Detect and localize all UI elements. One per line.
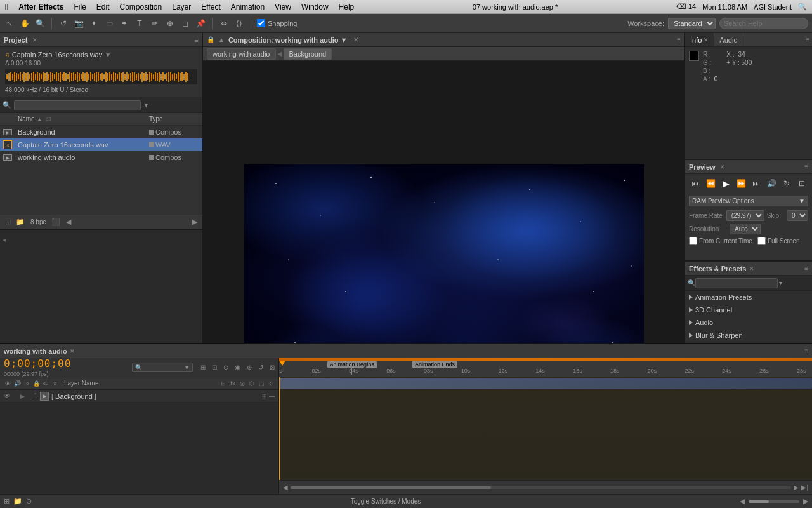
align-tool[interactable]: ⇔: [218, 18, 230, 29]
effects-search-input[interactable]: [695, 278, 778, 288]
eraser-tool[interactable]: ◻: [180, 18, 191, 29]
file-item-captain-zero[interactable]: ♫ Captain Zero 16seconds.wav WAV: [0, 138, 202, 151]
tl-nav-right[interactable]: ▶: [794, 484, 799, 491]
pan-tool[interactable]: ✦: [88, 18, 100, 29]
track-row-1[interactable]: [279, 377, 812, 390]
preview-first-btn[interactable]: ⏮: [690, 178, 701, 189]
preview-next-btn[interactable]: ⏩: [735, 178, 747, 189]
folder-icon[interactable]: 📁: [15, 217, 25, 227]
project-search-dropdown[interactable]: ▼: [143, 102, 149, 109]
layer-controls-icon-1[interactable]: ⊞: [200, 364, 206, 371]
toggle-switches-label[interactable]: Toggle Switches / Modes: [351, 498, 421, 505]
arrow-right-icon[interactable]: ▶: [190, 217, 200, 227]
menu-composition[interactable]: Composition: [120, 3, 162, 11]
breadcrumb-working[interactable]: working with audio: [207, 48, 276, 60]
menu-aftereffects[interactable]: After Effects: [18, 3, 63, 11]
sort-icon[interactable]: ▲: [37, 116, 43, 123]
comp-close[interactable]: ✕: [353, 36, 358, 43]
layer-controls-icon-7[interactable]: ⊠: [270, 364, 275, 371]
arrow-left-icon[interactable]: ◀: [63, 217, 74, 227]
effects-cat-blur[interactable]: Blur & Sharpen: [685, 329, 812, 342]
new-comp-icon[interactable]: ⊞: [3, 217, 13, 227]
snapping-input[interactable]: [257, 19, 265, 27]
menu-layer[interactable]: Layer: [172, 3, 191, 11]
preview-close[interactable]: ✕: [720, 164, 725, 170]
timeline-ruler[interactable]: 0s 02s 04s 06s 08s 10s 12s 14s 16s 18s 2…: [279, 358, 812, 377]
color-icon[interactable]: ⬛: [51, 217, 61, 227]
layer-arrow-1[interactable]: ▶: [20, 393, 25, 399]
layer-controls-icon-2[interactable]: ⊡: [212, 364, 217, 371]
menu-window[interactable]: Window: [301, 3, 329, 11]
project-search-input[interactable]: [14, 100, 141, 110]
effects-close[interactable]: ✕: [749, 265, 754, 272]
effects-cat-3d-channel[interactable]: 3D Channel: [685, 304, 812, 316]
tl-nav-left[interactable]: ◀: [283, 484, 288, 491]
clone-tool[interactable]: ⊕: [164, 18, 176, 29]
menu-view[interactable]: View: [275, 3, 291, 11]
camera-tool[interactable]: 📷: [73, 18, 84, 29]
search-input[interactable]: [719, 18, 808, 29]
tb-icon-4[interactable]: ◀: [740, 497, 745, 505]
comp-panel-menu[interactable]: ≡: [677, 36, 681, 43]
layer-search-arrow[interactable]: ▼: [184, 364, 190, 371]
info-tab-close[interactable]: ✕: [704, 37, 709, 43]
layer-controls-icon-3[interactable]: ⊙: [223, 364, 228, 371]
layer-controls-icon-5[interactable]: ⊛: [247, 364, 252, 371]
selection-tool[interactable]: ↖: [4, 18, 15, 29]
effects-cat-animation-presets[interactable]: Animation Presets: [685, 291, 812, 304]
preview-menu[interactable]: ≡: [804, 163, 808, 170]
layer-rc-icon-2[interactable]: —: [269, 393, 275, 399]
layer-eye-1[interactable]: 👁: [4, 392, 10, 399]
preview-audio-btn[interactable]: 🔊: [766, 178, 777, 189]
brush-tool[interactable]: ✏: [149, 18, 160, 29]
tb-icon-1[interactable]: ⊞: [4, 497, 10, 505]
resolution-dropdown[interactable]: Auto: [730, 224, 761, 234]
ram-preview-dropdown[interactable]: RAM Preview Options ▼: [689, 196, 808, 206]
snapping-checkbox[interactable]: Snapping: [257, 19, 298, 27]
timecode-display[interactable]: 0;00;00;00: [4, 358, 71, 370]
layer-controls-icon-4[interactable]: ◉: [235, 364, 240, 371]
full-screen-label[interactable]: Full Screen: [757, 237, 800, 245]
apple-menu[interactable]: : [5, 2, 8, 12]
workspace-dropdown[interactable]: Standard: [668, 18, 716, 29]
tb-icon-5[interactable]: ▶: [803, 497, 808, 505]
pen-tool[interactable]: ✒: [119, 18, 130, 29]
effects-cat-audio[interactable]: Audio: [685, 316, 812, 329]
skip-dropdown[interactable]: 0: [787, 210, 808, 221]
hand-tool[interactable]: ✋: [19, 18, 30, 29]
project-panel-close[interactable]: ✕: [32, 37, 37, 43]
menu-help[interactable]: Help: [339, 3, 355, 11]
project-panel-menu[interactable]: ≡: [195, 36, 199, 44]
graph-tool[interactable]: ⟨⟩: [233, 18, 245, 29]
full-screen-checkbox[interactable]: [757, 237, 766, 245]
preview-expand-btn[interactable]: ⊡: [796, 178, 808, 189]
menu-edit[interactable]: Edit: [96, 3, 110, 11]
info-tab-audio[interactable]: Audio: [714, 33, 743, 46]
menu-animation[interactable]: Animation: [231, 3, 265, 11]
effects-menu[interactable]: ≡: [804, 265, 808, 272]
info-panel-menu[interactable]: ≡: [806, 36, 812, 43]
breadcrumb-background[interactable]: Background: [284, 48, 332, 60]
effects-search-arrow[interactable]: ▼: [778, 280, 783, 286]
tb-icon-2[interactable]: 📁: [13, 497, 22, 505]
comp-title-dropdown[interactable]: Composition: working with audio ▼: [228, 36, 347, 44]
file-item-background[interactable]: ▶ Background Compos: [0, 126, 202, 138]
menu-file[interactable]: File: [74, 3, 86, 11]
pin-tool[interactable]: 📌: [195, 18, 206, 29]
file-item-working[interactable]: ▶ working with audio Compos: [0, 151, 202, 164]
preview-loop-btn[interactable]: ↻: [781, 178, 792, 189]
layer-row-1[interactable]: 👁 ▶ 1 ▶ [ Background ]: [0, 390, 278, 403]
tb-icon-3[interactable]: ⊙: [26, 497, 32, 505]
preview-play-btn[interactable]: ▶: [720, 178, 731, 189]
preview-last-btn[interactable]: ⏭: [750, 178, 762, 189]
timeline-menu[interactable]: ≡: [804, 347, 808, 354]
zoom-tool[interactable]: 🔍: [34, 18, 46, 29]
menu-effect[interactable]: Effect: [201, 3, 220, 11]
from-current-label[interactable]: From Current Time: [689, 237, 752, 245]
search-menu-icon[interactable]: 🔍: [798, 3, 807, 11]
tb-zoom-slider[interactable]: [749, 500, 799, 503]
layer-rc-icon-1[interactable]: ⊞: [262, 393, 267, 399]
layer-search-input[interactable]: [144, 364, 182, 371]
from-current-checkbox[interactable]: [689, 237, 697, 245]
preview-prev-btn[interactable]: ⏪: [705, 178, 716, 189]
